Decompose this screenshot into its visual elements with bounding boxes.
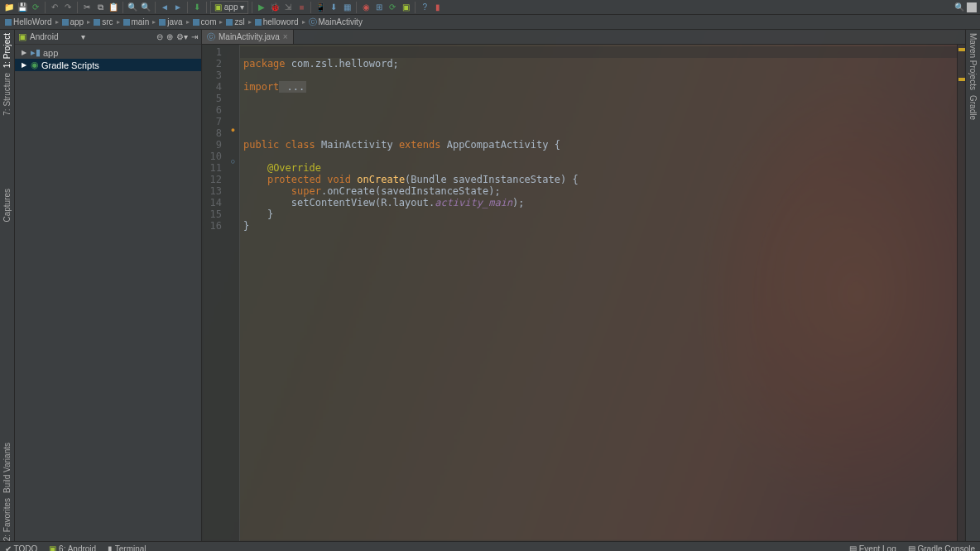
code-area[interactable]: package com.zsl.helloword; import ... pu… — [240, 45, 957, 541]
bc-src[interactable]: src — [87, 17, 113, 26]
sync-icon[interactable]: ⟳ — [30, 2, 41, 13]
android-view-icon: ▣ — [18, 31, 26, 42]
sdk-icon[interactable]: ⬇ — [328, 2, 339, 13]
replace-icon[interactable]: 🔍 — [140, 2, 151, 13]
bc-mainactivity[interactable]: ⓒMainActivity — [302, 17, 363, 28]
maven-tool-button[interactable]: Maven Projects — [968, 33, 978, 90]
debug-icon[interactable]: 🐞 — [269, 2, 281, 13]
bc-app[interactable]: app — [55, 17, 84, 26]
project-tree[interactable]: ▶ ▸▮ app ▶ ◉ Gradle Scripts — [15, 45, 201, 541]
left-tool-gutter: 1: Project 7: Structure Captures Build V… — [0, 30, 15, 541]
forward-icon[interactable]: ► — [172, 2, 184, 13]
marker-bar[interactable] — [957, 45, 965, 541]
attach-icon[interactable]: ⇲ — [282, 2, 294, 13]
project-tool-button[interactable]: 1: Project — [2, 33, 12, 68]
geny-icon2[interactable]: ▮ — [432, 2, 444, 13]
bc-com[interactable]: com — [186, 17, 217, 26]
close-tab-icon[interactable]: × — [283, 32, 288, 41]
structure-tool-button[interactable]: 7: Structure — [2, 73, 12, 116]
line-numbers: 12345678910111213141516 — [202, 45, 227, 541]
breadcrumb: HelloWord app src main java com zsl hell… — [0, 15, 980, 30]
java-class-icon: ⓒ — [207, 31, 215, 43]
project-view-combo[interactable]: Android ▾ — [30, 32, 153, 41]
tree-item-gradle-scripts[interactable]: ▶ ◉ Gradle Scripts — [15, 59, 201, 71]
redo-icon[interactable]: ↷ — [62, 2, 74, 13]
terminal-tool-button[interactable]: ▮ Terminal — [108, 544, 146, 551]
build-variants-button[interactable]: Build Variants — [2, 443, 12, 493]
captures-tool-button[interactable]: Captures — [2, 189, 12, 223]
gradle-tool-button[interactable]: Gradle — [968, 95, 978, 120]
make-icon[interactable]: ⬇ — [191, 2, 203, 13]
override-gutter-icon[interactable]: ● — [227, 126, 239, 134]
favorites-tool-button[interactable]: 2: Favorites — [2, 498, 12, 541]
help-icon[interactable]: ? — [419, 2, 430, 13]
gear-icon[interactable]: ⚙▾ — [176, 32, 188, 41]
bc-main[interactable]: main — [117, 17, 150, 26]
paste-icon[interactable]: 📋 — [108, 2, 119, 13]
undo-icon[interactable]: ↶ — [49, 2, 60, 13]
gradle-console-button[interactable]: ▤ Gradle Console — [908, 544, 975, 551]
gutter-icons: ● ○ — [227, 45, 240, 541]
back-icon[interactable]: ◄ — [159, 2, 171, 13]
genymotion-icon[interactable]: ◉ — [360, 2, 372, 13]
run-icon[interactable]: ▶ — [256, 2, 267, 13]
main-toolbar: 📁 💾 ⟳ ↶ ↷ ✂ ⧉ 📋 🔍 🔍 ◄ ► ⬇ ▣ app ▾ ▶ 🐞 ⇲ … — [0, 0, 980, 15]
bc-helloword[interactable]: HelloWord — [3, 17, 52, 26]
bc-zsl[interactable]: zsl — [219, 17, 244, 26]
open-icon[interactable]: 📁 — [3, 2, 15, 13]
editor: ⓒ MainActivity.java × 123456789101112131… — [202, 30, 965, 541]
settings-icon[interactable] — [967, 2, 977, 12]
run-config-combo[interactable]: ▣ app ▾ — [210, 1, 248, 14]
scroll-from-icon[interactable]: ⊕ — [166, 32, 173, 41]
sync-gradle-icon[interactable]: ⟳ — [387, 2, 398, 13]
stop-icon[interactable]: ■ — [295, 2, 307, 13]
bottom-tool-tabs: ✔ TODO ▣ 6: Android ▮ Terminal ▤ Event L… — [0, 541, 980, 551]
tree-item-app[interactable]: ▶ ▸▮ app — [15, 46, 201, 59]
android-tool-button[interactable]: ▣ 6: Android — [49, 544, 96, 551]
save-icon[interactable]: 💾 — [17, 2, 28, 13]
bc-java[interactable]: java — [152, 17, 182, 26]
project-panel: ▣ Android ▾ ⊖ ⊕ ⚙▾ ⇥ ▶ ▸▮ app ▶ ◉ Gradle… — [15, 30, 202, 541]
collapse-icon[interactable]: ⊖ — [156, 32, 163, 41]
copy-icon[interactable]: ⧉ — [94, 2, 106, 13]
structure-icon[interactable]: ⊞ — [373, 2, 385, 13]
search-everywhere-icon[interactable]: 🔍 — [954, 2, 965, 13]
hide-icon[interactable]: ⇥ — [191, 32, 198, 41]
bc-helloword2[interactable]: helloword — [248, 17, 299, 26]
find-icon[interactable]: 🔍 — [127, 2, 138, 13]
eventlog-tool-button[interactable]: ▤ Event Log — [849, 544, 896, 551]
monitor-icon[interactable]: ▦ — [341, 2, 353, 13]
todo-tool-button[interactable]: ✔ TODO — [5, 544, 37, 551]
cut-icon[interactable]: ✂ — [81, 2, 93, 13]
tab-mainactivity[interactable]: ⓒ MainActivity.java × — [202, 30, 294, 44]
android-icon[interactable]: ▣ — [400, 2, 411, 13]
right-tool-gutter: Maven Projects Gradle — [965, 30, 980, 541]
avd-icon[interactable]: 📱 — [315, 2, 326, 13]
implements-gutter-icon[interactable]: ○ — [227, 157, 239, 165]
